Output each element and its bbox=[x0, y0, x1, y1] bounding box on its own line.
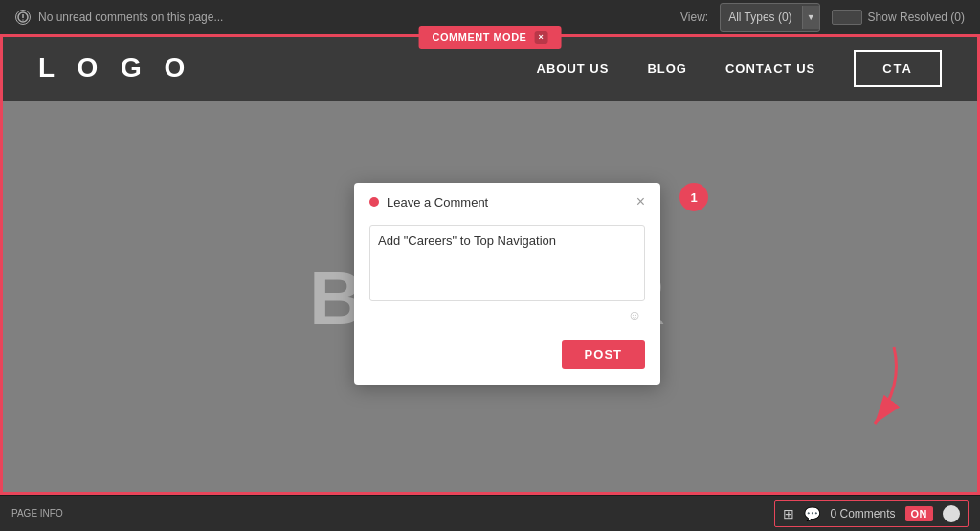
on-label: ON bbox=[911, 508, 928, 520]
comment-badge-count: 1 bbox=[690, 190, 697, 205]
show-resolved-label: Show Resolved (0) bbox=[868, 11, 965, 24]
comment-mode-close-button[interactable]: × bbox=[534, 31, 547, 44]
comment-dialog-body: ☺ bbox=[354, 219, 660, 336]
bottom-toolbar-right: ⊞ 💬 0 Comments ON bbox=[774, 500, 969, 527]
comment-badge[interactable]: 1 bbox=[679, 183, 708, 211]
page-info-text: PAGE INFO bbox=[11, 508, 63, 519]
nav-link-about[interactable]: ABOUT US bbox=[537, 61, 610, 76]
toggle-circle-icon bbox=[943, 505, 960, 522]
show-resolved: Show Resolved (0) bbox=[832, 10, 965, 25]
comment-dialog-title: Leave a Comment bbox=[387, 195, 488, 210]
comment-dialog-footer: POST bbox=[354, 336, 660, 385]
nav-link-contact[interactable]: CONTACT US bbox=[725, 61, 815, 76]
logo: L O G O bbox=[38, 53, 192, 83]
grid-icon: ⊞ bbox=[783, 506, 794, 521]
comments-on-toggle[interactable]: ON bbox=[905, 506, 934, 521]
comments-count-text: 0 Comments bbox=[830, 507, 895, 520]
top-bar-right: View: All Types (0) ▼ Show Resolved (0) bbox=[680, 3, 965, 32]
comment-dot-icon bbox=[369, 197, 379, 207]
arrow-annotation bbox=[817, 328, 932, 447]
comment-mode-banner: COMMENT MODE × bbox=[419, 26, 562, 49]
top-bar-left: No unread comments on this page... bbox=[15, 10, 223, 25]
nav-link-blog[interactable]: BLOG bbox=[647, 61, 687, 76]
comment-dialog-title-row: Leave a Comment bbox=[369, 195, 488, 210]
emoji-icon[interactable]: ☺ bbox=[628, 307, 641, 322]
view-label: View: bbox=[680, 11, 708, 24]
view-dropdown[interactable]: All Types (0) ▼ bbox=[720, 3, 819, 32]
bottom-toolbar-left: PAGE INFO bbox=[11, 508, 63, 519]
comment-textarea-footer: ☺ bbox=[369, 305, 645, 324]
comment-dialog: Leave a Comment × ☺ POST bbox=[354, 183, 660, 385]
show-resolved-toggle[interactable] bbox=[832, 10, 862, 25]
cta-button[interactable]: CTA bbox=[854, 50, 942, 87]
nav-links: ABOUT US BLOG CONTACT US CTA bbox=[537, 50, 942, 87]
comment-textarea[interactable] bbox=[369, 225, 645, 301]
svg-point-2 bbox=[22, 19, 23, 20]
comment-dialog-close-button[interactable]: × bbox=[636, 194, 645, 210]
comment-icon bbox=[15, 10, 31, 25]
arrow-icon bbox=[817, 328, 932, 443]
post-button[interactable]: POST bbox=[562, 340, 645, 369]
view-dropdown-value: All Types (0) bbox=[728, 11, 791, 24]
chat-bubble-icon: 💬 bbox=[804, 506, 820, 521]
bottom-toolbar: PAGE INFO ⊞ 💬 0 Comments ON bbox=[0, 495, 980, 531]
website-area: L O G O ABOUT US BLOG CONTACT US CTA BAN… bbox=[0, 34, 980, 495]
dropdown-arrow-icon: ▼ bbox=[802, 6, 819, 29]
comment-dialog-header: Leave a Comment × bbox=[354, 183, 660, 219]
comment-mode-label: COMMENT MODE bbox=[433, 32, 527, 43]
close-icon: × bbox=[539, 33, 545, 42]
no-comments-text: No unread comments on this page... bbox=[38, 11, 223, 24]
